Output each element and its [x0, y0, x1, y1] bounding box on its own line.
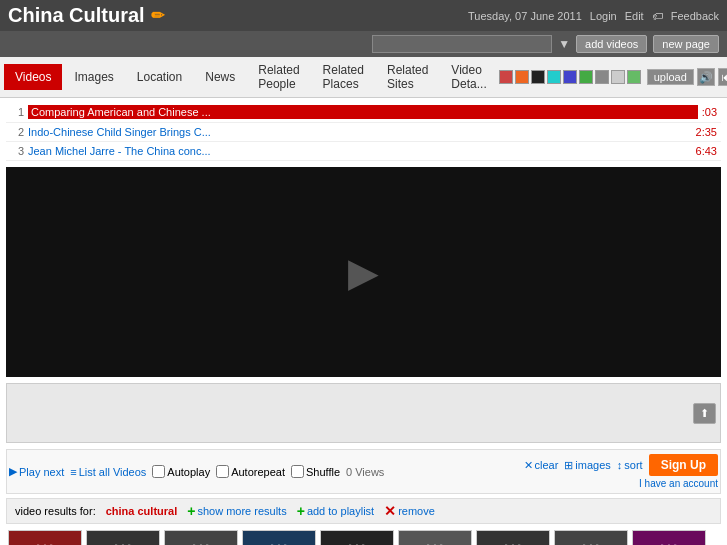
playlist: 1 Comparing American and Chinese ... :03… — [6, 102, 721, 161]
new-page-button[interactable]: new page — [653, 35, 719, 53]
tab-related-sites[interactable]: Related Sites — [376, 57, 439, 97]
thumbnail-item[interactable]: 🖼 Cultural Revolution 9:23 — [8, 530, 82, 545]
images-icon: ⊞ — [564, 459, 573, 472]
header-actions: Tuesday, 07 June 2011 Login Edit 🏷 Feedb… — [468, 10, 719, 22]
thumbnail-item[interactable]: 🖼 Chinese cultural dance 2:14 — [632, 530, 706, 545]
show-more-link[interactable]: + show more results — [187, 503, 286, 519]
results-bar: video results for: china cultural + show… — [6, 498, 721, 524]
thumb-img-8: 🖼 — [554, 530, 628, 545]
shuffle-checkbox[interactable] — [291, 465, 304, 478]
header: China Cultural ✏ Tuesday, 07 June 2011 L… — [0, 0, 727, 31]
edit-link[interactable]: Edit — [625, 10, 644, 22]
site-title: China Cultural ✏ — [8, 4, 164, 27]
title-text: China Cultural — [8, 4, 145, 27]
tab-location[interactable]: Location — [126, 64, 193, 90]
thumbnail-item[interactable]: 🖼 Shen Yun - Chinese 6:30 — [242, 530, 316, 545]
prev-icon[interactable]: ⏮ — [718, 68, 727, 86]
thumbnail-item[interactable]: 🖼 Master Shi Guo Song - Shaolin 1:41 — [164, 530, 238, 545]
color-swatches: upload 🔊 ⏮ ⏭ ⏩ — [499, 68, 727, 86]
swatch-lightgray[interactable] — [611, 70, 625, 84]
swatch-orange[interactable] — [515, 70, 529, 84]
thumb-img-1: 🖼 — [8, 530, 82, 545]
thumb-img-4: 🖼 — [242, 530, 316, 545]
thumbnail-item[interactable]: 🖼 Traditional Chinese 20:54 — [398, 530, 472, 545]
playlist-duration-3: 6:43 — [696, 145, 717, 157]
swatch-red[interactable] — [499, 70, 513, 84]
video-player: ▶ — [6, 167, 721, 377]
thumb-img-6: 🖼 — [398, 530, 472, 545]
thumbnail-item[interactable]: 🖼 China Culture Revolution - 3:27 — [476, 530, 550, 545]
play-next-link[interactable]: ▶ Play next — [9, 465, 64, 478]
results-query: china cultural — [106, 505, 178, 517]
search-dropdown-icon[interactable]: ▼ — [558, 37, 570, 51]
controls-bar: ▶ Play next ≡ List all Videos Autoplay A… — [6, 449, 721, 494]
swatch-cyan[interactable] — [547, 70, 561, 84]
edit-pencil-icon[interactable]: ✏ — [151, 6, 164, 25]
clear-link[interactable]: ✕ clear — [524, 459, 559, 472]
tab-related-people[interactable]: Related People — [247, 57, 310, 97]
account-link[interactable]: I have an account — [524, 478, 718, 489]
playlist-title-3[interactable]: Jean Michel Jarre - The China conc... — [28, 145, 692, 157]
ad-button[interactable]: ⬆ — [693, 403, 716, 424]
playlist-duration-1: :03 — [702, 106, 717, 118]
list-all-link[interactable]: ≡ List all Videos — [70, 466, 146, 478]
main-content: 1 Comparing American and Chinese ... :03… — [0, 98, 727, 545]
thumb-img-3: 🖼 — [164, 530, 238, 545]
playlist-item[interactable]: 3 Jean Michel Jarre - The China conc... … — [6, 142, 721, 161]
swatch-lightgreen[interactable] — [627, 70, 641, 84]
plus-icon-2: + — [297, 503, 305, 519]
playlist-item[interactable]: 1 Comparing American and Chinese ... :03 — [6, 102, 721, 123]
shuffle-check[interactable]: Shuffle — [291, 465, 340, 478]
playlist-title-2[interactable]: Indo-Chinese Child Singer Brings C... — [28, 126, 692, 138]
autorepeat-check[interactable]: Autorepeat — [216, 465, 285, 478]
feedback-link[interactable]: Feedback — [671, 10, 719, 22]
upload-button[interactable]: upload — [647, 69, 694, 85]
thumb-img-2: 🖼 — [86, 530, 160, 545]
autorepeat-checkbox[interactable] — [216, 465, 229, 478]
tab-videos[interactable]: Videos — [4, 64, 62, 90]
swatch-blue[interactable] — [563, 70, 577, 84]
player-placeholder-icon: ▶ — [348, 249, 379, 295]
tab-images[interactable]: Images — [63, 64, 124, 90]
thumb-img-5: 🖼 — [320, 530, 394, 545]
plus-icon: + — [187, 503, 195, 519]
feedback-icon: 🏷 — [652, 10, 663, 22]
search-input[interactable] — [372, 35, 552, 53]
swatch-gray[interactable] — [595, 70, 609, 84]
thumbnail-item[interactable]: 🖼 The Chinese Cultural Gala: 7:48 — [554, 530, 628, 545]
autoplay-checkbox[interactable] — [152, 465, 165, 478]
clear-icon: ✕ — [524, 459, 533, 472]
x-icon: ✕ — [384, 503, 396, 519]
sign-up-button[interactable]: Sign Up — [649, 454, 718, 476]
thumbnails-row: 🖼 Cultural Revolution 9:23 🖼 The New Sil… — [6, 524, 721, 545]
remove-link[interactable]: ✕ remove — [384, 503, 435, 519]
results-label: video results for: — [15, 505, 96, 517]
login-link[interactable]: Login — [590, 10, 617, 22]
images-link[interactable]: ⊞ images — [564, 459, 610, 472]
ad-area: ⬆ — [6, 383, 721, 443]
playlist-title-1[interactable]: Comparing American and Chinese ... — [28, 105, 698, 119]
add-playlist-link[interactable]: + add to playlist — [297, 503, 374, 519]
sort-icon: ↕ — [617, 459, 623, 471]
tab-news[interactable]: News — [194, 64, 246, 90]
sort-link[interactable]: ↕ sort — [617, 459, 643, 471]
tab-video-detail[interactable]: Video Deta... — [440, 57, 497, 97]
list-icon: ≡ — [70, 466, 76, 478]
playlist-duration-2: 2:35 — [696, 126, 717, 138]
add-videos-button[interactable]: add videos — [576, 35, 647, 53]
nav-tabs: Videos Images Location News Related Peop… — [0, 57, 727, 98]
swatch-black[interactable] — [531, 70, 545, 84]
thumb-img-7: 🖼 — [476, 530, 550, 545]
volume-icon[interactable]: 🔊 — [697, 68, 715, 86]
top-bar: ▼ add videos new page — [0, 31, 727, 57]
play-next-icon: ▶ — [9, 465, 17, 478]
autoplay-check[interactable]: Autoplay — [152, 465, 210, 478]
thumbnail-item[interactable]: 🖼 The New Silk Road - China's 3:09 — [86, 530, 160, 545]
views-count: 0 Views — [346, 466, 384, 478]
tab-related-places[interactable]: Related Places — [312, 57, 375, 97]
thumbnail-item[interactable]: 🖼 Master Shi Guo Song Shaolin 1:24 — [320, 530, 394, 545]
controls-right: ✕ clear ⊞ images ↕ sort Sign Up I have a… — [524, 454, 718, 489]
playlist-item[interactable]: 2 Indo-Chinese Child Singer Brings C... … — [6, 123, 721, 142]
swatch-green[interactable] — [579, 70, 593, 84]
date-display: Tuesday, 07 June 2011 — [468, 10, 582, 22]
